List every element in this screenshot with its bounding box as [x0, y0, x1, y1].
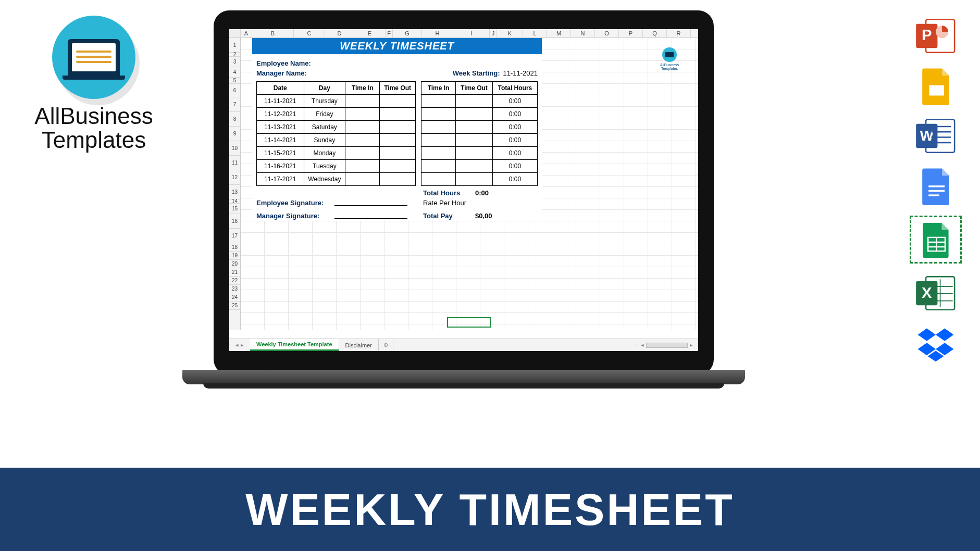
- row-25[interactable]: 25: [229, 302, 240, 310]
- cell-day[interactable]: Tuesday: [304, 160, 345, 173]
- table-row[interactable]: 11-14-2021Sunday0:00: [257, 134, 538, 147]
- row-headers[interactable]: 1 2 3 4 5 6 7 8 9 10 11 12 13 14 15 16 1: [229, 38, 241, 330]
- row-22[interactable]: 22: [229, 277, 240, 285]
- cell-timein-2[interactable]: [421, 160, 455, 173]
- cell-timein-1[interactable]: [345, 147, 380, 160]
- cell-timeout-2[interactable]: [456, 173, 493, 186]
- cell-total[interactable]: 0:00: [492, 147, 537, 160]
- row-15[interactable]: 15: [229, 204, 240, 214]
- cell-timein-1[interactable]: [345, 160, 380, 173]
- col-I[interactable]: I: [453, 29, 490, 37]
- table-row[interactable]: 11-15-2021Monday0:00: [257, 147, 538, 160]
- cell-date[interactable]: 11-15-2021: [257, 147, 304, 160]
- col-R[interactable]: R: [667, 29, 691, 37]
- cell-timein-1[interactable]: [345, 134, 380, 147]
- cell-timeout-1[interactable]: [380, 147, 415, 160]
- add-sheet-button[interactable]: ⊕: [379, 339, 393, 351]
- col-J[interactable]: J: [490, 29, 497, 37]
- row-23[interactable]: 23: [229, 285, 240, 293]
- row-6[interactable]: 6: [229, 84, 240, 97]
- cell-timein-2[interactable]: [421, 108, 455, 121]
- row-11[interactable]: 11: [229, 156, 240, 170]
- tab-disclaimer[interactable]: Disclaimer: [339, 339, 379, 351]
- cell-timein-2[interactable]: [421, 147, 455, 160]
- row-5[interactable]: 5: [229, 78, 240, 84]
- cell-date[interactable]: 11-14-2021: [257, 134, 304, 147]
- powerpoint-icon[interactable]: P: [913, 16, 958, 56]
- row-1[interactable]: 1: [229, 38, 240, 53]
- cell-timein-1[interactable]: [345, 121, 380, 134]
- google-docs-icon[interactable]: [913, 166, 958, 206]
- cell-day[interactable]: Monday: [304, 147, 345, 160]
- table-row[interactable]: 11-16-2021Tuesday0:00: [257, 160, 538, 173]
- cell-timein-2[interactable]: [421, 134, 455, 147]
- google-sheets-icon[interactable]: [910, 216, 962, 264]
- week-value[interactable]: 11-11-2021: [503, 69, 538, 77]
- table-row[interactable]: 11-17-2021Wednesday0:00: [257, 173, 538, 186]
- col-E[interactable]: E: [354, 29, 386, 37]
- cell-date[interactable]: 11-17-2021: [257, 173, 304, 186]
- cell-timein-2[interactable]: [421, 121, 455, 134]
- cell-timein-1[interactable]: [345, 95, 380, 108]
- row-4[interactable]: 4: [229, 67, 240, 78]
- col-A[interactable]: A: [241, 29, 252, 37]
- col-K[interactable]: K: [497, 29, 523, 37]
- row-16[interactable]: 16: [229, 214, 240, 229]
- cell-total[interactable]: 0:00: [492, 173, 537, 186]
- row-13[interactable]: 13: [229, 185, 240, 199]
- col-L[interactable]: L: [523, 29, 547, 37]
- cell-date[interactable]: 11-12-2021: [257, 108, 304, 121]
- col-D[interactable]: D: [325, 29, 354, 37]
- column-headers[interactable]: A B C D E F G H I J K L M N O P Q R: [229, 29, 698, 38]
- cell-total[interactable]: 0:00: [492, 108, 537, 121]
- cell-day[interactable]: Friday: [304, 108, 345, 121]
- emp-sig-line[interactable]: [334, 199, 407, 206]
- cell-timeout-1[interactable]: [380, 95, 415, 108]
- timesheet-table[interactable]: Date Day Time In Time Out Time In Time O…: [256, 81, 538, 186]
- cell-grid[interactable]: WEEKLY TIMESHEET Employee Name: Manager …: [241, 38, 698, 330]
- google-slides-icon[interactable]: [913, 66, 958, 106]
- mgr-sig-line[interactable]: [334, 212, 407, 219]
- col-B[interactable]: B: [252, 29, 294, 37]
- row-14[interactable]: 14: [229, 199, 240, 204]
- row-18[interactable]: 18: [229, 243, 240, 252]
- scroll-right-icon[interactable]: ▸: [688, 342, 695, 348]
- dropbox-icon[interactable]: [913, 323, 958, 364]
- cell-day[interactable]: Wednesday: [304, 173, 345, 186]
- cell-timeout-1[interactable]: [380, 134, 415, 147]
- row-2[interactable]: 2: [229, 53, 240, 57]
- row-7[interactable]: 7: [229, 97, 240, 112]
- col-Q[interactable]: Q: [643, 29, 667, 37]
- cell-timeout-2[interactable]: [456, 95, 493, 108]
- col-G[interactable]: G: [393, 29, 422, 37]
- cell-timeout-1[interactable]: [380, 160, 415, 173]
- row-20[interactable]: 20: [229, 260, 240, 268]
- cell-timein-1[interactable]: [345, 173, 380, 186]
- cell-day[interactable]: Thursday: [304, 95, 345, 108]
- cell-timeout-1[interactable]: [380, 173, 415, 186]
- col-C[interactable]: C: [294, 29, 325, 37]
- row-17[interactable]: 17: [229, 229, 240, 243]
- word-icon[interactable]: W: [913, 116, 958, 156]
- col-M[interactable]: M: [547, 29, 571, 37]
- row-24[interactable]: 24: [229, 293, 240, 302]
- cell-total[interactable]: 0:00: [492, 160, 537, 173]
- row-10[interactable]: 10: [229, 141, 240, 156]
- cell-day[interactable]: Saturday: [304, 121, 345, 134]
- row-9[interactable]: 9: [229, 127, 240, 141]
- hscroll-handle-icon[interactable]: ⋮: [633, 342, 639, 348]
- hscroll-track[interactable]: [646, 343, 688, 348]
- excel-icon[interactable]: X: [913, 273, 958, 314]
- cell-timeout-2[interactable]: [456, 134, 493, 147]
- cell-total[interactable]: 0:00: [492, 134, 537, 147]
- cell-total[interactable]: 0:00: [492, 121, 537, 134]
- cell-timein-1[interactable]: [345, 108, 380, 121]
- cell-timein-2[interactable]: [421, 95, 455, 108]
- select-all-cell[interactable]: [229, 29, 241, 37]
- table-row[interactable]: 11-12-2021Friday0:00: [257, 108, 538, 121]
- col-H[interactable]: H: [422, 29, 453, 37]
- table-row[interactable]: 11-11-2021Thursday0:00: [257, 95, 538, 108]
- selected-cell[interactable]: [447, 317, 491, 328]
- cell-total[interactable]: 0:00: [492, 95, 537, 108]
- cell-date[interactable]: 11-13-2021: [257, 121, 304, 134]
